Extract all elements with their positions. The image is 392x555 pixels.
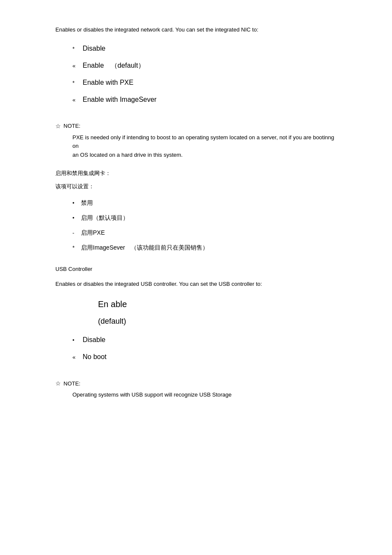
usb-option-0: Disable (83, 335, 105, 345)
note-block: ☆ NOTE: PXE is needed only if intending … (55, 122, 337, 160)
note-text: PXE is needed only if intending to boost… (55, 133, 337, 160)
usb-options-list: • Disable « No boot (55, 335, 337, 362)
usb-intro-span: Enables or disables the integrated USB c… (55, 281, 262, 287)
bullet-0: * (72, 45, 83, 53)
usb-option-1: No boot (83, 352, 107, 362)
chinese-list-item: - 启用PXE (55, 228, 337, 237)
usb-bullet-1: « (72, 353, 83, 362)
usb-note-label: ☆ NOTE: (55, 379, 337, 388)
bullet-3: « (72, 96, 83, 104)
usb-default-text: (default) (98, 316, 337, 327)
usb-note-text-span: Operating systems with USB support will … (72, 391, 232, 398)
chinese-list-item: • 禁用 (55, 198, 337, 207)
note-star: ☆ (55, 122, 61, 131)
cn-bullet-1: • (72, 214, 81, 222)
note-line2: an OS located on a hard drive in this sy… (72, 152, 183, 158)
usb-title-text: USB Controller (55, 266, 92, 272)
cn-option-2: 启用PXE (81, 228, 105, 237)
chinese-options-list: • 禁用 • 启用（默认项目） - 启用PXE * 启用ImageSever （… (55, 198, 337, 252)
list-item: « No boot (55, 352, 337, 362)
usb-note-label-text: NOTE: (63, 380, 81, 388)
intro-paragraph: Enables or disables the integrated netwo… (55, 26, 337, 34)
cn-option-3: 启用ImageSever （该功能目前只在美国销售） (81, 243, 208, 252)
usb-note-text: Operating systems with USB support will … (55, 391, 337, 400)
usb-intro-text: Enables or disables the integrated USB c… (55, 280, 337, 288)
list-item: * Enable with PXE (55, 78, 337, 88)
usb-enable-text: En able (98, 298, 337, 311)
note-label-text: NOTE: (63, 122, 81, 130)
bullet-1: « (72, 62, 83, 70)
usb-enable-block: En able (default) (55, 298, 337, 327)
usb-note-block: ☆ NOTE: Operating systems with USB suppo… (55, 379, 337, 400)
chinese-intro1-text: 启用和禁用集成网卡： (55, 170, 111, 176)
usb-note-star: ☆ (55, 379, 61, 388)
chinese-list-item: * 启用ImageSever （该功能目前只在美国销售） (55, 243, 337, 252)
nic-options-list: * Disable « Enable （default） * Enable wi… (55, 43, 337, 105)
nic-option-0: Disable (83, 43, 105, 54)
list-item: « Enable （default） (55, 60, 337, 71)
bullet-2: * (72, 79, 83, 87)
usb-enable-label: En able (98, 299, 127, 309)
list-item: * Disable (55, 43, 337, 54)
cn-bullet-0: • (72, 199, 81, 207)
chinese-list-item: • 启用（默认项目） (55, 213, 337, 222)
chinese-intro2: 该项可以设置： (55, 182, 337, 191)
note-label: ☆ NOTE: (55, 122, 337, 131)
list-item: « Enable with ImageSever (55, 95, 337, 105)
nic-option-1: Enable （default） (83, 60, 145, 71)
note-line1: PXE is needed only if intending to boost… (72, 134, 334, 150)
chinese-intro1: 启用和禁用集成网卡： (55, 169, 337, 178)
cn-bullet-3: * (72, 244, 81, 252)
cn-bullet-2: - (72, 229, 81, 237)
nic-option-2: Enable with PXE (83, 78, 133, 88)
usb-bullet-0: • (72, 336, 83, 345)
nic-option-3: Enable with ImageSever (83, 95, 156, 105)
cn-option-0: 禁用 (81, 198, 93, 207)
cn-option-1: 启用（默认项目） (81, 213, 129, 222)
usb-default-label: (default) (98, 317, 126, 325)
intro-text: Enables or disables the integrated netwo… (55, 26, 258, 33)
list-item: • Disable (55, 335, 337, 345)
chinese-intro2-text: 该项可以设置： (55, 183, 94, 190)
usb-controller-title: USB Controller (55, 265, 337, 273)
